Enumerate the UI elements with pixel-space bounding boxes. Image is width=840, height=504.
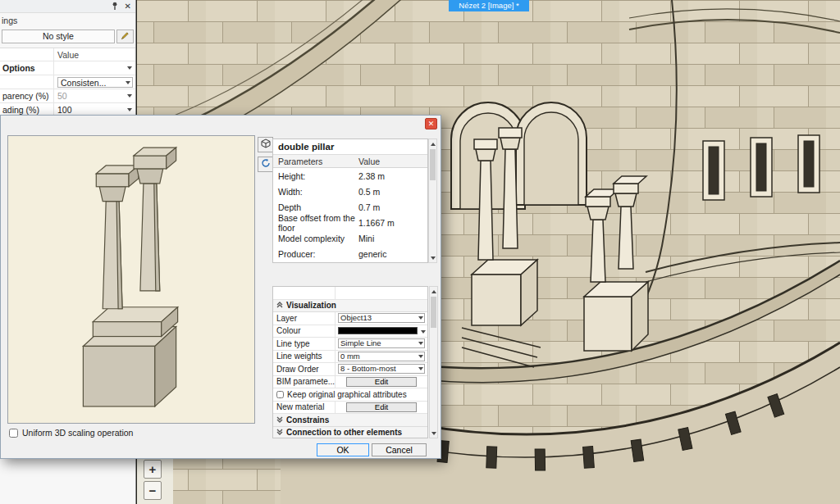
- consistent-dropdown[interactable]: Consisten...: [57, 77, 133, 88]
- parameters-header: Parameters Value: [273, 154, 427, 168]
- chevron-double-up-icon: [276, 301, 283, 310]
- object-dialog: ✕: [0, 115, 441, 459]
- param-label: Width:: [273, 187, 358, 197]
- layer-select[interactable]: Object13: [338, 313, 425, 323]
- prop-label: Line type: [273, 338, 336, 350]
- prop-row-line-type: Line type Simple Line: [273, 338, 427, 351]
- colour-swatch[interactable]: [338, 327, 418, 334]
- chevron-down-icon: [421, 330, 426, 334]
- zoom-in-button[interactable]: +: [144, 460, 162, 479]
- view-tab-nezet2[interactable]: Nézet 2 [Image] *: [449, 0, 529, 11]
- section-label: Visualization: [286, 301, 336, 310]
- value-column-header: Value: [358, 157, 427, 166]
- uniform-scaling-row: Uniform 3D scaling operation: [9, 428, 133, 438]
- param-label: Model complexity: [273, 234, 358, 243]
- parameters-column-header: Parameters: [273, 157, 358, 166]
- layer-value: Object13: [340, 314, 372, 322]
- uniform-scaling-checkbox[interactable]: [9, 429, 18, 438]
- dialog-close-button[interactable]: ✕: [425, 118, 437, 129]
- object-preview-panel[interactable]: [7, 135, 255, 424]
- param-label: Base offset from the floor: [273, 213, 358, 233]
- object-title: double pillar: [273, 139, 427, 154]
- chevron-down-icon: [127, 108, 132, 111]
- chevron-double-down-icon: [276, 415, 283, 425]
- pin-icon[interactable]: [111, 2, 119, 11]
- keep-graphical-checkbox[interactable]: [276, 391, 284, 398]
- chevron-down-icon: [127, 94, 132, 98]
- sidebar-property-table: Value Options Consisten... parency (%) 5…: [0, 48, 135, 117]
- prop-label: BIM paramete...: [273, 376, 336, 388]
- scroll-up-icon[interactable]: [430, 287, 437, 296]
- param-value: Mini: [358, 234, 427, 243]
- param-value: 0.7 m: [358, 202, 427, 212]
- properties-scrollbar[interactable]: [429, 286, 438, 438]
- draw-order-select[interactable]: 8 - Bottom-most: [338, 364, 425, 374]
- param-value: generic: [358, 249, 427, 259]
- section-visualization[interactable]: Visualization: [273, 300, 427, 313]
- table-row-transparency[interactable]: parency (%) 50: [0, 89, 135, 103]
- transparency-value: 50: [54, 91, 135, 101]
- param-value: 0.5 m: [358, 187, 427, 197]
- zoom-controls: + −: [144, 460, 162, 500]
- prop-label: Line weights: [273, 351, 336, 363]
- table-row-options[interactable]: Options: [0, 61, 135, 75]
- style-selector[interactable]: No style: [2, 30, 115, 43]
- line-type-value: Simple Line: [340, 339, 381, 347]
- refresh-icon: [261, 158, 271, 170]
- uniform-scaling-label: Uniform 3D scaling operation: [22, 428, 133, 438]
- draw-order-value: 8 - Bottom-most: [340, 365, 396, 373]
- parameters-scrollbar[interactable]: [428, 138, 437, 263]
- prop-row-layer: Layer Object13: [273, 312, 427, 325]
- table-header-row: Value: [0, 48, 135, 61]
- property-grid: Visualization Layer Object13 Colour: [272, 286, 428, 438]
- param-row-producer[interactable]: Producer: generic: [273, 246, 427, 261]
- param-label: Height:: [273, 171, 358, 181]
- shading-value: 100: [54, 105, 135, 115]
- application-window: Nézet 2 [Image] * + − ✕ ings No style: [0, 0, 840, 504]
- chevron-down-icon: [127, 66, 132, 70]
- style-row: No style: [0, 28, 135, 45]
- prop-row-new-material: New material Edit: [273, 402, 427, 415]
- refresh-button[interactable]: [258, 157, 273, 172]
- param-row-width[interactable]: Width: 0.5 m: [273, 184, 427, 199]
- cancel-button[interactable]: Cancel: [372, 443, 427, 456]
- param-row-model-complexity[interactable]: Model complexity Mini: [273, 230, 427, 246]
- param-row-base-offset[interactable]: Base offset from the floor 1.1667 m: [273, 215, 427, 230]
- value-column-header: Value: [54, 50, 135, 60]
- section-constrains[interactable]: Constrains: [273, 414, 427, 427]
- line-type-select[interactable]: Simple Line: [338, 338, 425, 348]
- edit-style-button[interactable]: [116, 30, 134, 43]
- chevron-double-down-icon: [276, 428, 283, 437]
- scrollbar-thumb[interactable]: [430, 149, 436, 180]
- line-weights-select[interactable]: 0 mm: [338, 352, 425, 361]
- preview-tools: [258, 137, 273, 172]
- section-connection[interactable]: Connection to other elements: [273, 427, 427, 439]
- param-row-height[interactable]: Height: 2.38 m: [273, 168, 427, 184]
- prop-label: New material: [273, 402, 336, 414]
- bim-parameters-edit-button[interactable]: Edit: [346, 377, 417, 387]
- prop-row-bim-parameters: BIM paramete... Edit: [273, 376, 427, 389]
- chevron-down-icon: [418, 342, 423, 345]
- sidebar-titlebar: ✕: [0, 0, 135, 13]
- ok-button[interactable]: OK: [317, 443, 369, 456]
- scroll-down-icon[interactable]: [429, 253, 436, 262]
- transparency-label: parency (%): [0, 89, 54, 102]
- cube-icon: [261, 138, 271, 151]
- preview-3d-double-pillar: [8, 136, 254, 423]
- section-label: Connection to other elements: [286, 428, 402, 437]
- line-weights-value: 0 mm: [340, 352, 360, 361]
- chevron-down-icon: [418, 316, 423, 320]
- chevron-down-icon: [418, 355, 423, 358]
- view-tab-label: Nézet 2 [Image] *: [459, 1, 518, 10]
- param-value: 1.1667 m: [358, 218, 427, 228]
- object-3d-button[interactable]: [258, 137, 273, 152]
- scroll-up-icon[interactable]: [429, 139, 436, 148]
- param-label: Producer:: [273, 249, 358, 259]
- panel-close-icon[interactable]: ✕: [125, 1, 131, 12]
- prop-label: Colour: [273, 325, 336, 338]
- new-material-edit-button[interactable]: Edit: [346, 402, 417, 412]
- scroll-down-icon[interactable]: [430, 429, 437, 438]
- zoom-out-button[interactable]: −: [144, 481, 162, 500]
- scrollbar-thumb[interactable]: [431, 297, 436, 328]
- param-value: 2.38 m: [358, 171, 427, 181]
